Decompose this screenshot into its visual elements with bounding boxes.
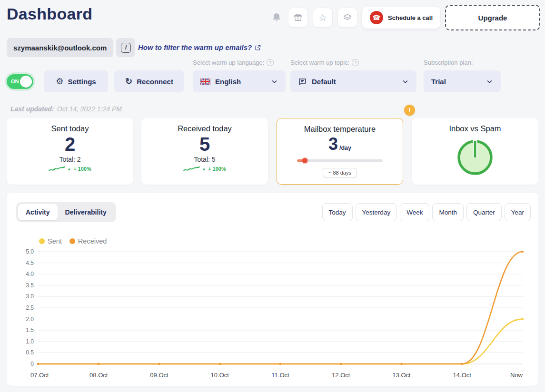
schedule-call-label: Schedule a call (388, 14, 433, 21)
uk-flag-icon (200, 78, 210, 85)
mailbox-temperature-card: Mailbox temperature 3 /day ~ 88 days (277, 118, 403, 185)
svg-text:13.Oct: 13.Oct (392, 372, 411, 379)
language-value: English (215, 78, 241, 86)
language-label: Select warm up language: ? (193, 59, 274, 66)
sent-today-trend: ▲ + 100% (49, 166, 91, 172)
svg-text:1.5: 1.5 (26, 327, 34, 333)
range-today[interactable]: Today (322, 203, 353, 221)
slider-track (297, 159, 383, 162)
plan-label: Subscription plan: (424, 59, 473, 66)
plan-select[interactable]: Trial (424, 70, 501, 92)
language-select[interactable]: English (193, 70, 286, 92)
chevron-down-icon (402, 78, 409, 85)
topic-select[interactable]: Default (290, 70, 416, 92)
star-glyph: ☆ (318, 12, 327, 23)
warning-icon[interactable]: ! (404, 105, 415, 116)
temperature-value-row: 3 /day (328, 135, 351, 154)
legend-dot-received (69, 238, 75, 244)
svg-text:Now: Now (510, 372, 523, 379)
schedule-call-button[interactable]: ☎ Schedule a call (362, 7, 440, 29)
sent-today-card: Sent today 2 Total: 2 ▲ + 100% (7, 118, 133, 185)
topic-help-icon[interactable]: ? (352, 59, 359, 66)
star-icon[interactable]: ☆ (313, 8, 333, 28)
sent-today-title: Sent today (51, 124, 89, 133)
svg-text:0.5: 0.5 (26, 349, 34, 356)
svg-text:2.0: 2.0 (26, 316, 34, 323)
received-today-title: Received today (178, 124, 232, 133)
svg-text:1.0: 1.0 (26, 338, 34, 345)
range-yesterday[interactable]: Yesterday (356, 203, 397, 221)
mailbox-temperature-title: Mailbox temperature (304, 125, 376, 134)
svg-text:2.5: 2.5 (26, 304, 34, 311)
inbox-vs-spam-title: Inbox vs Spam (449, 124, 501, 133)
svg-text:07.Oct: 07.Oct (30, 372, 49, 379)
sent-change: + 100% (73, 166, 91, 172)
chevron-down-icon (271, 78, 278, 85)
chart-legend: Sent Received (39, 237, 107, 245)
range-quarter[interactable]: Quarter (466, 203, 502, 221)
received-today-value: 5 (199, 133, 210, 155)
temperature-unit: /day (339, 145, 351, 151)
last-updated: Last updated:Oct 14, 2022 1:24 PM (10, 105, 122, 113)
range-week[interactable]: Week (400, 203, 429, 221)
activity-panel: Activity Deliverability Today Yesterday … (7, 193, 538, 386)
sparkline-icon (49, 166, 66, 172)
warmup-help-link[interactable]: How to filter the warm up emails? (138, 43, 261, 51)
layers-icon[interactable] (337, 8, 357, 28)
legend-sent: Sent (39, 237, 62, 245)
reconnect-button[interactable]: ↻ Reconnect (114, 70, 184, 92)
refresh-icon: ↻ (125, 76, 132, 87)
settings-button[interactable]: ⚙ Settings (44, 70, 108, 92)
svg-text:14.Oct: 14.Oct (453, 372, 472, 379)
slider-handle[interactable] (302, 158, 307, 163)
language-help-icon[interactable]: ? (267, 59, 274, 66)
settings-label: Settings (68, 78, 96, 86)
inbox-vs-spam-card: Inbox vs Spam (412, 118, 538, 185)
sent-today-value: 2 (65, 133, 75, 155)
chart-tabs: Activity Deliverability (16, 202, 116, 222)
received-today-trend: ▲ + 100% (183, 166, 226, 172)
gift-icon[interactable] (288, 8, 308, 28)
trend-arrow-icon: ▲ (201, 166, 207, 172)
bell-icon[interactable] (270, 11, 283, 24)
trend-arrow-icon: ▲ (67, 166, 72, 172)
sent-today-total: Total: 2 (59, 156, 80, 163)
tab-deliverability[interactable]: Deliverability (58, 204, 114, 220)
chevron-down-icon (486, 78, 493, 85)
account-row: szymaanskik@outlook.com i (7, 38, 135, 57)
topic-value: Default (312, 78, 336, 86)
range-year[interactable]: Year (505, 203, 531, 221)
external-link-icon (255, 44, 261, 51)
svg-text:4.5: 4.5 (26, 260, 34, 266)
svg-text:12.Oct: 12.Oct (332, 372, 350, 379)
svg-text:3.5: 3.5 (26, 282, 34, 289)
received-today-card: Received today 5 Total: 5 ▲ + 100% (141, 118, 268, 185)
toggle-state-label: ON (11, 78, 19, 84)
page-title: Dashboard (7, 5, 92, 23)
phone-icon: ☎ (370, 11, 383, 24)
warmup-toggle[interactable]: ON (7, 74, 33, 89)
tab-activity[interactable]: Activity (18, 204, 58, 220)
dashboard-page: Dashboard ☆ ☎ Schedule a call Upgrade sz… (0, 0, 545, 392)
last-updated-label: Last updated: (10, 105, 54, 113)
sparkline-icon (183, 166, 200, 172)
email-info-button[interactable]: i (116, 38, 135, 57)
legend-dot-sent (39, 238, 45, 244)
email-chip: szymaanskik@outlook.com (7, 38, 113, 57)
received-today-total: Total: 5 (194, 156, 215, 163)
last-updated-value: Oct 14, 2022 1:24 PM (57, 105, 122, 113)
help-link-text: How to filter the warm up emails? (138, 43, 252, 51)
topic-label: Select warm up topic: ? (290, 59, 359, 66)
time-range-buttons: Today Yesterday Week Month Quarter Year (322, 203, 531, 221)
activity-line-chart[interactable]: 00.51.01.52.02.53.03.54.04.55.007.Oct08.… (13, 246, 535, 383)
svg-text:3.0: 3.0 (26, 293, 34, 300)
svg-text:10.Oct: 10.Oct (211, 372, 229, 379)
legend-received: Received (69, 237, 107, 245)
toggle-knob (20, 76, 32, 88)
range-month[interactable]: Month (432, 203, 464, 221)
svg-text:11.Oct: 11.Oct (271, 372, 289, 379)
upgrade-button[interactable]: Upgrade (445, 5, 540, 30)
received-change: + 100% (208, 166, 226, 172)
inbox-spam-pie-icon (456, 135, 495, 177)
temperature-slider[interactable] (297, 158, 383, 163)
